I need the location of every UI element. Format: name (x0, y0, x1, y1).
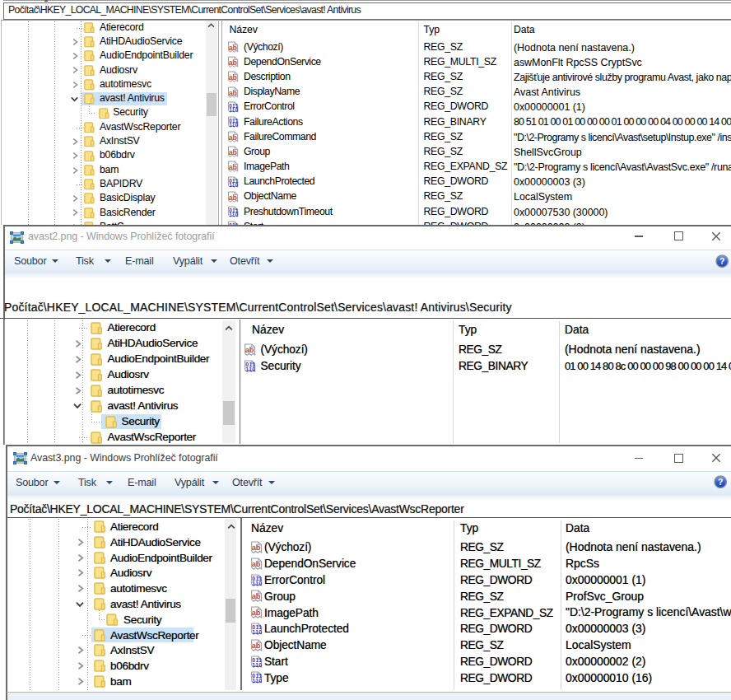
svg-text:110: 110 (229, 122, 238, 128)
svg-text:ab: ab (229, 44, 238, 52)
svg-text:ab: ab (251, 641, 260, 650)
svg-text:110: 110 (229, 212, 238, 217)
svg-text:ab: ab (229, 148, 238, 156)
svg-text:110: 110 (252, 581, 262, 586)
svg-text:ab: ab (229, 133, 238, 142)
svg-text:ab: ab (229, 163, 238, 171)
svg-text:110: 110 (245, 366, 255, 372)
svg-text:110: 110 (229, 107, 238, 113)
svg-text:ab: ab (245, 345, 254, 354)
svg-text:ab: ab (229, 193, 238, 201)
svg-text:ab: ab (229, 73, 238, 82)
svg-text:110: 110 (252, 678, 262, 684)
svg-text:110: 110 (229, 182, 238, 188)
svg-text:ab: ab (251, 543, 260, 552)
svg-text:110: 110 (252, 629, 262, 635)
svg-text:ab: ab (229, 88, 238, 96)
svg-text:ab: ab (251, 559, 260, 568)
svg-text:ab: ab (251, 609, 260, 618)
svg-text:?: ? (718, 478, 723, 487)
svg-text:ab: ab (251, 592, 260, 601)
svg-text:ab: ab (229, 58, 238, 67)
svg-text:110: 110 (252, 662, 262, 668)
svg-text:?: ? (719, 257, 724, 266)
